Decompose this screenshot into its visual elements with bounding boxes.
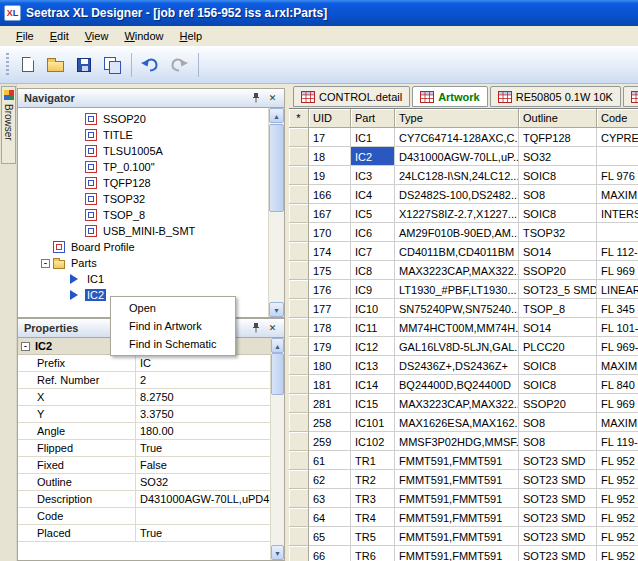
- cell-uid[interactable]: 258: [309, 413, 351, 432]
- property-row[interactable]: Code: [18, 508, 270, 525]
- table-row[interactable]: 174 IC7 CD4011BM,CD4011BM SO14 FL 112-: [289, 242, 638, 261]
- cell-outline[interactable]: TSOP32: [519, 223, 597, 242]
- row-selector[interactable]: [289, 299, 309, 318]
- cell-code[interactable]: FL 952: [597, 527, 638, 546]
- navigator-scrollbar[interactable]: [268, 108, 284, 317]
- tree-item[interactable]: TLSU1005A: [18, 143, 268, 159]
- column-header[interactable]: Outline: [519, 109, 597, 128]
- row-selector[interactable]: [289, 185, 309, 204]
- table-row[interactable]: 65 TR5 FMMT591,FMMT591 SOT23 SMD FL 952: [289, 527, 638, 546]
- row-selector[interactable]: [289, 413, 309, 432]
- cell-part[interactable]: IC12: [351, 337, 395, 356]
- cell-part[interactable]: IC11: [351, 318, 395, 337]
- new-document-button[interactable]: [14, 51, 41, 78]
- property-row[interactable]: X 8.2750: [18, 389, 270, 406]
- cell-outline[interactable]: SOT23 SMD: [519, 527, 597, 546]
- cell-type[interactable]: MMSF3P02HDG,MMSF...: [395, 432, 519, 451]
- document-tab[interactable]: RE50805 0.1W 10K: [490, 86, 621, 107]
- cell-type[interactable]: FMMT591,FMMT591: [395, 508, 519, 527]
- cell-type[interactable]: BQ24400D,BQ24400D: [395, 375, 519, 394]
- sidebar-tab-browser[interactable]: Browser: [1, 86, 16, 164]
- property-row[interactable]: Prefix IC: [18, 355, 270, 372]
- cell-part[interactable]: IC101: [351, 413, 395, 432]
- cell-part[interactable]: IC6: [351, 223, 395, 242]
- cell-uid[interactable]: 281: [309, 394, 351, 413]
- table-row[interactable]: 259 IC102 MMSF3P02HDG,MMSF... SO8 FL 119…: [289, 432, 638, 451]
- menu-item[interactable]: Edit: [42, 28, 77, 44]
- scroll-down-icon[interactable]: [271, 545, 284, 560]
- cell-outline[interactable]: SOT23_5 SMD: [519, 280, 597, 299]
- collapse-icon[interactable]: [21, 342, 30, 351]
- cell-uid[interactable]: 180: [309, 356, 351, 375]
- cell-type[interactable]: MAX1626ESA,MAX162...: [395, 413, 519, 432]
- tree-item[interactable]: TQFP128: [18, 175, 268, 191]
- document-tab[interactable]: PSU: [623, 86, 638, 107]
- property-value[interactable]: 3.3750: [136, 406, 270, 422]
- property-row[interactable]: Flipped True: [18, 440, 270, 457]
- cell-uid[interactable]: 170: [309, 223, 351, 242]
- cell-uid[interactable]: 18: [309, 147, 351, 166]
- close-button[interactable]: [265, 91, 280, 105]
- property-row[interactable]: Description D431000AGW-70LL,uPD43: [18, 491, 270, 508]
- cell-outline[interactable]: SOIC8: [519, 166, 597, 185]
- cell-code[interactable]: FL 969: [597, 261, 638, 280]
- cell-outline[interactable]: SOT23 SMD: [519, 470, 597, 489]
- tree-item[interactable]: Parts: [18, 255, 268, 271]
- table-row[interactable]: 166 IC4 DS2482S-100,DS2482... SO8 MAXIM: [289, 185, 638, 204]
- cell-outline[interactable]: SOT23 SMD: [519, 489, 597, 508]
- table-row[interactable]: 180 IC13 DS2436Z+,DS2436Z+ SOIC8 MAXIM: [289, 356, 638, 375]
- cell-code[interactable]: FL 101-: [597, 318, 638, 337]
- cell-code[interactable]: [597, 147, 638, 166]
- cell-part[interactable]: IC1: [351, 128, 395, 147]
- table-row[interactable]: 170 IC6 AM29F010B-90ED,AM... TSOP32: [289, 223, 638, 242]
- row-selector[interactable]: [289, 242, 309, 261]
- table-row[interactable]: 181 IC14 BQ24400D,BQ24400D SOIC8 FL 840: [289, 375, 638, 394]
- cell-outline[interactable]: SO14: [519, 318, 597, 337]
- column-header[interactable]: Type: [395, 109, 519, 128]
- tree-item[interactable]: IC1: [18, 271, 268, 287]
- cell-part[interactable]: IC13: [351, 356, 395, 375]
- cell-code[interactable]: MAXIM: [597, 185, 638, 204]
- cell-outline[interactable]: SO8: [519, 413, 597, 432]
- scrollbar-thumb[interactable]: [269, 124, 284, 212]
- cell-uid[interactable]: 177: [309, 299, 351, 318]
- property-value[interactable]: True: [136, 440, 270, 456]
- property-value[interactable]: False: [136, 457, 270, 473]
- cell-outline[interactable]: SOIC8: [519, 204, 597, 223]
- tree-item[interactable]: TSOP32: [18, 191, 268, 207]
- row-selector[interactable]: [289, 318, 309, 337]
- table-row[interactable]: 66 TR6 FMMT591,FMMT591 SOT23 SMD FL 952: [289, 546, 638, 561]
- cell-type[interactable]: DS2482S-100,DS2482...: [395, 185, 519, 204]
- context-menu-item[interactable]: Open: [111, 299, 235, 317]
- column-header[interactable]: Code: [597, 109, 638, 128]
- cell-part[interactable]: IC10: [351, 299, 395, 318]
- context-menu-item[interactable]: Find in Artwork: [111, 317, 235, 335]
- row-selector[interactable]: [289, 147, 309, 166]
- cell-part[interactable]: TR2: [351, 470, 395, 489]
- property-value[interactable]: 2: [136, 372, 270, 388]
- row-selector[interactable]: [289, 432, 309, 451]
- cell-uid[interactable]: 63: [309, 489, 351, 508]
- property-row[interactable]: Fixed False: [18, 457, 270, 474]
- cell-part[interactable]: TR3: [351, 489, 395, 508]
- column-header[interactable]: Part: [351, 109, 395, 128]
- tree-item[interactable]: SSOP20: [18, 111, 268, 127]
- cell-uid[interactable]: 175: [309, 261, 351, 280]
- cell-code[interactable]: [597, 223, 638, 242]
- cell-code[interactable]: INTERS: [597, 204, 638, 223]
- tree-item[interactable]: USB_MINI-B_SMT: [18, 223, 268, 239]
- cell-uid[interactable]: 61: [309, 451, 351, 470]
- cell-part[interactable]: IC4: [351, 185, 395, 204]
- cell-type[interactable]: FMMT591,FMMT591: [395, 546, 519, 561]
- cell-uid[interactable]: 65: [309, 527, 351, 546]
- cell-part[interactable]: IC2: [351, 147, 395, 166]
- table-row[interactable]: 179 IC12 GAL16LV8D-5LJN,GAL... PLCC20 FL…: [289, 337, 638, 356]
- table-row[interactable]: 63 TR3 FMMT591,FMMT591 SOT23 SMD FL 952: [289, 489, 638, 508]
- open-button[interactable]: [42, 51, 69, 78]
- scrollbar-thumb[interactable]: [271, 353, 284, 395]
- cell-part[interactable]: IC5: [351, 204, 395, 223]
- cell-uid[interactable]: 17: [309, 128, 351, 147]
- cell-type[interactable]: FMMT591,FMMT591: [395, 527, 519, 546]
- cell-code[interactable]: FL 952: [597, 489, 638, 508]
- table-row[interactable]: 178 IC11 MM74HCT00M,MM74H... SO14 FL 101…: [289, 318, 638, 337]
